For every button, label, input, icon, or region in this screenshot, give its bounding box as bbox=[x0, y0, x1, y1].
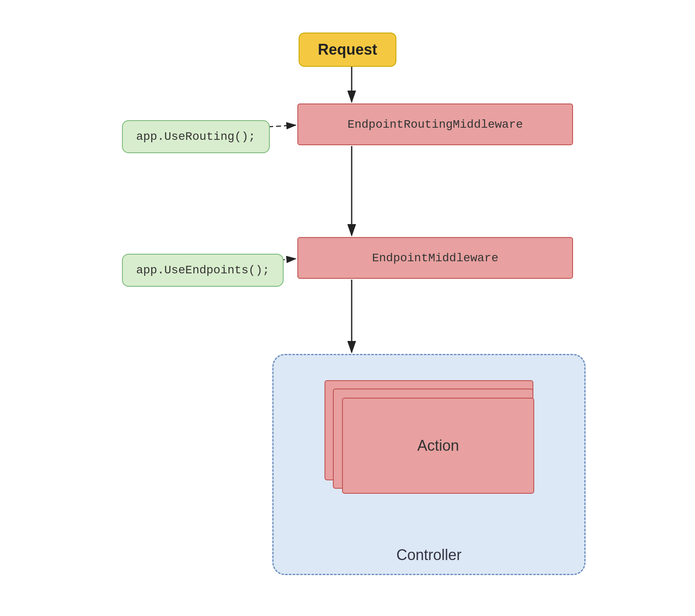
endpoint-middleware-label: EndpointMiddleware bbox=[372, 252, 498, 265]
use-endpoints-box: app.UseEndpoints(); bbox=[122, 254, 284, 287]
use-routing-label: app.UseRouting(); bbox=[136, 130, 256, 143]
request-label: Request bbox=[318, 41, 377, 58]
request-box: Request bbox=[299, 33, 396, 67]
diagram: Request app.UseRouting(); app.UseEndpoin… bbox=[97, 20, 598, 596]
action-label: Action bbox=[417, 437, 459, 454]
action-stack: Action bbox=[325, 380, 533, 522]
endpoint-routing-label: EndpointRoutingMiddleware bbox=[348, 118, 523, 131]
action-card-front: Action bbox=[342, 398, 534, 494]
endpoint-middleware-box: EndpointMiddleware bbox=[297, 237, 573, 279]
use-endpoints-label: app.UseEndpoints(); bbox=[136, 264, 269, 277]
use-routing-box: app.UseRouting(); bbox=[122, 120, 270, 153]
endpoint-routing-middleware-box: EndpointRoutingMiddleware bbox=[297, 104, 573, 145]
controller-box: Action Controller bbox=[272, 354, 586, 575]
controller-label: Controller bbox=[396, 546, 462, 564]
